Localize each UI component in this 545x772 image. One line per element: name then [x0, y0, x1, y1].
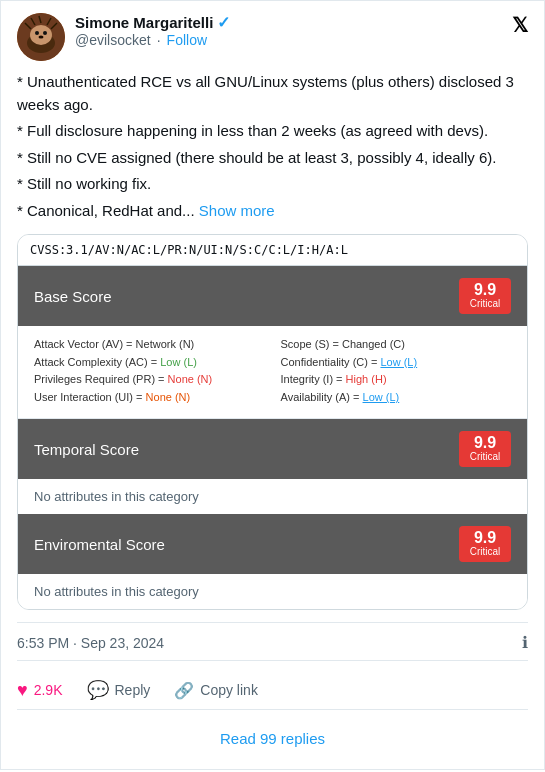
- environmental-score-row: Enviromental Score 9.9 Critical: [18, 514, 527, 574]
- environmental-score-value: 9.9: [467, 530, 503, 546]
- environmental-score-severity: Critical: [467, 546, 503, 558]
- base-score-details: Attack Vector (AV) = Network (N) Attack …: [18, 326, 527, 419]
- cvss-header: CVSS:3.1/AV:N/AC:L/PR:N/UI:N/S:C/C:L/I:H…: [18, 235, 527, 266]
- environmental-score-label: Enviromental Score: [34, 536, 165, 553]
- base-score-section: Base Score 9.9 Critical Attack Vector (A…: [18, 266, 527, 419]
- reply-label: Reply: [115, 682, 151, 698]
- temporal-score-section: Temporal Score 9.9 Critical No attribute…: [18, 419, 527, 514]
- follow-button[interactable]: Follow: [167, 32, 207, 48]
- svg-point-3: [35, 31, 39, 35]
- reply-icon: 💬: [87, 679, 109, 701]
- attr-integ: Integrity (I) = High (H): [281, 371, 512, 389]
- tweet-header: Simone Margaritelli ✓ @evilsocket · Foll…: [17, 13, 528, 61]
- tweet-line-1: * Unauthenticated RCE vs all GNU/Linux s…: [17, 71, 528, 116]
- temporal-no-attr: No attributes in this category: [18, 479, 527, 514]
- verified-icon: ✓: [217, 13, 230, 32]
- display-name-text: Simone Margaritelli: [75, 14, 213, 31]
- attr-pr: Privileges Required (PR) = None (N): [34, 371, 265, 389]
- attr-conf: Confidentiality (C) = Low (L): [281, 354, 512, 372]
- tweet-line-3: * Still no CVE assigned (there should be…: [17, 147, 528, 170]
- svg-point-4: [43, 31, 47, 35]
- read-replies: Read 99 replies: [17, 720, 528, 757]
- cvss-string: CVSS:3.1/AV:N/AC:L/PR:N/UI:N/S:C/C:L/I:H…: [30, 243, 348, 257]
- attr-ac: Attack Complexity (AC) = Low (L): [34, 354, 265, 372]
- svg-point-2: [30, 25, 52, 45]
- base-attrs-right: Scope (S) = Changed (C) Confidentiality …: [281, 336, 512, 406]
- heart-icon: ♥: [17, 680, 28, 701]
- cvss-card: CVSS:3.1/AV:N/AC:L/PR:N/UI:N/S:C/C:L/I:H…: [17, 234, 528, 610]
- copy-link-label: Copy link: [200, 682, 258, 698]
- base-score-row: Base Score 9.9 Critical: [18, 266, 527, 326]
- svg-point-5: [39, 36, 44, 39]
- show-more-link[interactable]: Show more: [199, 202, 275, 219]
- temporal-score-row: Temporal Score 9.9 Critical: [18, 419, 527, 479]
- base-score-badge: 9.9 Critical: [459, 278, 511, 314]
- environmental-score-section: Enviromental Score 9.9 Critical No attri…: [18, 514, 527, 609]
- tweet-text: * Unauthenticated RCE vs all GNU/Linux s…: [17, 71, 528, 222]
- tweet-footer: 6:53 PM · Sep 23, 2024 ℹ: [17, 622, 528, 661]
- reply-action[interactable]: 💬 Reply: [87, 679, 151, 701]
- tweet-line-2: * Full disclosure happening in less than…: [17, 120, 528, 143]
- tweet-container: Simone Margaritelli ✓ @evilsocket · Foll…: [0, 0, 545, 770]
- attr-av: Attack Vector (AV) = Network (N): [34, 336, 265, 354]
- environmental-no-attr: No attributes in this category: [18, 574, 527, 609]
- attr-avail: Availability (A) = Low (L): [281, 389, 512, 407]
- base-score-value: 9.9: [467, 282, 503, 298]
- base-score-label: Base Score: [34, 288, 112, 305]
- username: @evilsocket: [75, 32, 151, 48]
- base-attrs-left: Attack Vector (AV) = Network (N) Attack …: [34, 336, 265, 406]
- info-icon[interactable]: ℹ: [522, 633, 528, 652]
- base-score-severity: Critical: [467, 298, 503, 310]
- attr-ui: User Interaction (UI) = None (N): [34, 389, 265, 407]
- display-name: Simone Margaritelli ✓: [75, 13, 230, 32]
- temporal-score-badge: 9.9 Critical: [459, 431, 511, 467]
- attr-scope: Scope (S) = Changed (C): [281, 336, 512, 354]
- temporal-score-severity: Critical: [467, 451, 503, 463]
- avatar[interactable]: [17, 13, 65, 61]
- tweet-line-5: * Canonical, RedHat and... Show more: [17, 200, 528, 223]
- environmental-score-badge: 9.9 Critical: [459, 526, 511, 562]
- read-replies-button[interactable]: Read 99 replies: [220, 730, 325, 747]
- user-info: Simone Margaritelli ✓ @evilsocket · Foll…: [75, 13, 230, 48]
- separator: ·: [157, 32, 161, 48]
- like-action[interactable]: ♥ 2.9K: [17, 680, 63, 701]
- copy-link-action[interactable]: 🔗 Copy link: [174, 681, 258, 700]
- like-count: 2.9K: [34, 682, 63, 698]
- tweet-actions: ♥ 2.9K 💬 Reply 🔗 Copy link: [17, 671, 528, 710]
- tweet-timestamp: 6:53 PM · Sep 23, 2024: [17, 635, 164, 651]
- link-icon: 🔗: [174, 681, 194, 700]
- username-follow: @evilsocket · Follow: [75, 32, 230, 48]
- tweet-line-4: * Still no working fix.: [17, 173, 528, 196]
- x-logo: 𝕏: [512, 13, 528, 37]
- temporal-score-value: 9.9: [467, 435, 503, 451]
- temporal-score-label: Temporal Score: [34, 441, 139, 458]
